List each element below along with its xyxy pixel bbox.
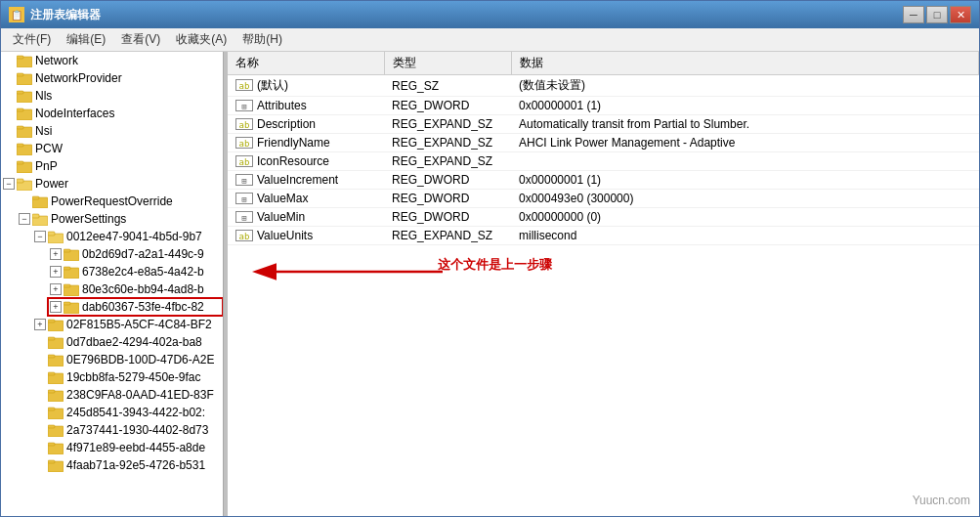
reg-name-cell: abFriendlyName: [228, 134, 384, 152]
tree-item-guid0E79[interactable]: 0E796BDB-100D-47D6-A2E: [32, 351, 223, 368]
tree-item-network[interactable]: Network: [1, 52, 223, 69]
svg-rect-47: [48, 460, 55, 463]
tree-item-pcw[interactable]: PCW: [1, 140, 223, 157]
folder-icon: [48, 441, 64, 454]
registry-tree[interactable]: Network NetworkProvider Nls: [1, 52, 224, 516]
svg-rect-15: [17, 179, 23, 183]
tree-item-guid80e3[interactable]: + 80e3c60e-bb94-4ad8-b: [48, 280, 223, 298]
col-header-type[interactable]: 类型: [384, 52, 511, 75]
svg-rect-23: [64, 249, 70, 252]
tree-label: NodeInterfaces: [35, 107, 114, 120]
reg-type-cell: REG_EXPAND_SZ: [384, 152, 511, 171]
expand-guid0012[interactable]: −: [34, 231, 46, 242]
expand-guiddab6[interactable]: +: [50, 301, 62, 313]
table-row[interactable]: ⊞ValueMaxREG_DWORD0x000493e0 (300000): [228, 190, 979, 208]
menu-file[interactable]: 文件(F): [5, 28, 59, 51]
tree-label: Nsi: [35, 124, 52, 138]
tree-label: 19cbb8fa-5279-450e-9fac: [66, 370, 200, 384]
folder-icon-open: [17, 177, 32, 191]
menu-help[interactable]: 帮助(H): [234, 28, 290, 51]
svg-rect-9: [17, 126, 23, 129]
svg-rect-41: [48, 408, 55, 410]
tree-label: PowerSettings: [51, 212, 126, 226]
folder-icon: [32, 194, 48, 208]
svg-rect-37: [48, 372, 55, 375]
folder-icon: [17, 107, 32, 120]
expand-guid0b2d[interactable]: +: [50, 248, 62, 260]
tree-item-nls[interactable]: Nls: [1, 87, 223, 105]
reg-data-cell: [511, 152, 979, 171]
tree-label: Power: [35, 177, 68, 191]
svg-rect-43: [48, 425, 55, 428]
menu-favorites[interactable]: 收藏夹(A): [168, 28, 234, 51]
tree-label: 80e3c60e-bb94-4ad8-b: [82, 282, 204, 296]
table-row[interactable]: ⊞ValueIncrementREG_DWORD0x00000001 (1): [228, 171, 979, 190]
reg-name-cell: ⊞ValueMax: [228, 190, 384, 208]
tree-item-guid0b2d[interactable]: + 0b2d69d7-a2a1-449c-9: [48, 245, 223, 263]
reg-name-cell: abIconResource: [228, 152, 384, 171]
tree-item-guid0012[interactable]: − 0012ee47-9041-4b5d-9b7: [32, 228, 223, 245]
col-header-name[interactable]: 名称: [228, 52, 384, 75]
svg-rect-29: [64, 302, 70, 305]
table-row[interactable]: ⊞AttributesREG_DWORD0x00000001 (1): [228, 97, 979, 115]
annotation-overlay: 这个文件是上一步骤: [247, 242, 501, 304]
expand-guid6738[interactable]: +: [50, 266, 62, 278]
reg-name-cell: ⊞ValueMin: [228, 208, 384, 227]
reg-type-cell: REG_DWORD: [384, 171, 511, 190]
tree-label: Network: [35, 54, 78, 67]
table-row[interactable]: abFriendlyNameREG_EXPAND_SZAHCI Link Pow…: [228, 134, 979, 152]
menu-view[interactable]: 查看(V): [113, 28, 168, 51]
tree-item-power[interactable]: − Power: [1, 175, 223, 193]
annotation-arrow-svg: [247, 242, 501, 301]
tree-item-guid2a73[interactable]: 2a737441-1930-4402-8d73: [32, 421, 223, 439]
tree-item-powerrequestoverride[interactable]: PowerRequestOverride: [17, 193, 223, 210]
tree-label: 245d8541-3943-4422-b02:: [66, 406, 205, 419]
main-window: 📋 注册表编辑器 ─ □ ✕ 文件(F) 编辑(E) 查看(V) 收藏夹(A) …: [0, 0, 980, 517]
tree-item-guid238C[interactable]: 238C9FA8-0AAD-41ED-83F: [32, 386, 223, 404]
reg-name-cell: abValueUnits: [228, 227, 384, 245]
tree-label: Nls: [35, 89, 52, 103]
tree-item-nodeinterfaces[interactable]: NodeInterfaces: [1, 105, 223, 122]
expand-powersettings[interactable]: −: [19, 213, 30, 225]
tree-item-guid4f97[interactable]: 4f971e89-eebd-4455-a8de: [32, 439, 223, 456]
col-header-data[interactable]: 数据: [511, 52, 979, 75]
tree-item-powersettings[interactable]: − PowerSettings: [17, 210, 223, 228]
table-row[interactable]: abDescriptionREG_EXPAND_SZAutomatically …: [228, 115, 979, 134]
tree-item-guid6738[interactable]: + 6738e2c4-e8a5-4a42-b: [48, 263, 223, 280]
title-bar-left: 📋 注册表编辑器: [9, 7, 101, 23]
tree-item-guid0d7d[interactable]: 0d7dbae2-4294-402a-ba8: [32, 333, 223, 351]
watermark: Yuucn.com: [913, 494, 970, 507]
folder-icon: [48, 423, 64, 437]
tree-item-nsi[interactable]: Nsi: [1, 122, 223, 140]
reg-type-cell: REG_DWORD: [384, 190, 511, 208]
table-row[interactable]: ⊞ValueMinREG_DWORD0x00000000 (0): [228, 208, 979, 227]
svg-rect-35: [48, 355, 55, 358]
expand-guid02f8[interactable]: +: [34, 319, 46, 330]
svg-rect-13: [17, 161, 23, 164]
table-row[interactable]: ab(默认)REG_SZ(数值未设置): [228, 75, 979, 97]
tree-item-guid02f8[interactable]: + 02F815B5-A5CF-4C84-BF2: [32, 316, 223, 333]
tree-item-guid19cb[interactable]: 19cbb8fa-5279-450e-9fac: [32, 368, 223, 386]
tree-item-guid4fab[interactable]: 4faab71a-92e5-4726-b531: [32, 456, 223, 474]
main-area: Network NetworkProvider Nls: [1, 52, 979, 516]
minimize-button[interactable]: ─: [903, 6, 924, 23]
folder-icon-open: [32, 212, 48, 226]
expand-guid80e3[interactable]: +: [50, 283, 62, 295]
tree-item-guiddab6[interactable]: + dab60367-53fe-4fbc-82: [48, 298, 223, 316]
menu-edit[interactable]: 编辑(E): [59, 28, 113, 51]
close-button[interactable]: ✕: [950, 6, 971, 23]
expand-power[interactable]: −: [3, 178, 15, 190]
table-row[interactable]: abValueUnitsREG_EXPAND_SZmillisecond: [228, 227, 979, 245]
folder-icon: [17, 54, 32, 67]
tree-item-pnp[interactable]: PnP: [1, 157, 223, 175]
reg-name: Attributes: [257, 99, 307, 112]
folder-icon: [48, 318, 64, 331]
svg-rect-21: [48, 232, 55, 236]
app-icon: 📋: [9, 7, 24, 22]
tree-item-guid245d[interactable]: 245d8541-3943-4422-b02:: [32, 404, 223, 421]
table-row[interactable]: abIconResourceREG_EXPAND_SZ: [228, 152, 979, 171]
reg-name-cell: ⊞Attributes: [228, 97, 384, 115]
reg-name-cell: abDescription: [228, 115, 384, 134]
tree-item-networkprovider[interactable]: NetworkProvider: [1, 69, 223, 87]
maximize-button[interactable]: □: [926, 6, 948, 23]
